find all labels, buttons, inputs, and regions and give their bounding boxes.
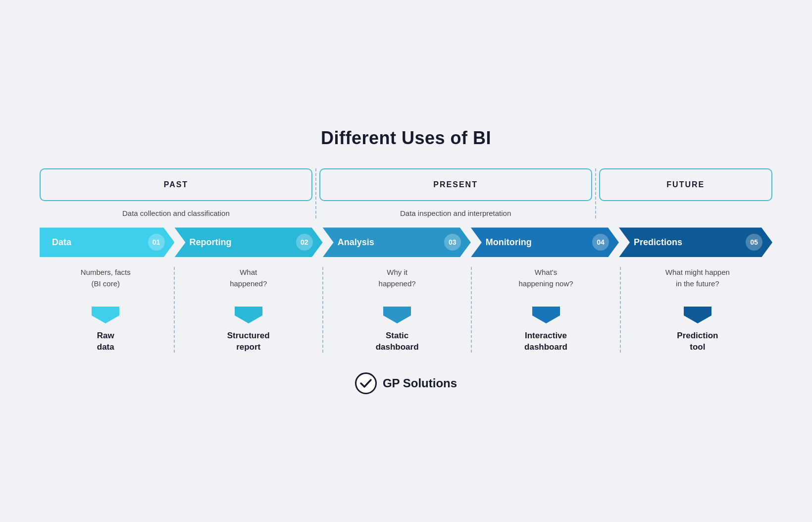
- svg-marker-2: [383, 307, 411, 323]
- arrow-banner-row: Data 01 Reporting 02 Analysis 03 Monitor…: [40, 227, 772, 257]
- arrow-analysis-label: Analysis: [338, 237, 374, 248]
- svg-marker-4: [684, 307, 711, 323]
- col-reporting: Whathappened? Structuredreport: [177, 267, 320, 352]
- arrow-reporting-label: Reporting: [190, 237, 232, 248]
- bottom-columns: Numbers, facts(BI core) Rawdata Whathapp…: [40, 267, 772, 352]
- arrow-data-num: 01: [148, 234, 165, 251]
- past-group: PAST Data collection and classification: [40, 168, 312, 218]
- divider-1: [174, 267, 175, 352]
- col-reporting-label: Structuredreport: [227, 330, 270, 352]
- arrow-analysis: Analysis 03: [323, 227, 471, 257]
- col-data-label: Rawdata: [97, 330, 114, 352]
- col-predictions-label: Predictiontool: [677, 330, 718, 352]
- present-label: PRESENT: [433, 180, 478, 189]
- arrow-predictions-label: Predictions: [634, 237, 682, 248]
- arrow-reporting-num: 02: [296, 234, 313, 251]
- arrow-analysis-num: 03: [444, 234, 461, 251]
- col-monitoring-label: Interactivedashboard: [524, 330, 567, 352]
- future-label: FUTURE: [666, 180, 705, 189]
- future-group: FUTURE: [599, 168, 772, 218]
- future-box: FUTURE: [599, 168, 772, 201]
- main-container: Different Uses of BI PAST Data collectio…: [10, 108, 802, 414]
- past-box: PAST: [40, 168, 312, 201]
- col-analysis-desc: Why ithappened?: [379, 267, 416, 297]
- divider-present-future: [595, 168, 596, 218]
- chevron-down-data: [92, 307, 119, 323]
- col-analysis-label: Staticdashboard: [376, 330, 419, 352]
- arrow-monitoring-label: Monitoring: [486, 237, 532, 248]
- chevron-down-monitoring: [532, 307, 560, 323]
- divider-3: [471, 267, 472, 352]
- present-desc: Data inspection and interpretation: [400, 208, 511, 218]
- checkmark-icon: [359, 378, 372, 389]
- col-data: Numbers, facts(BI core) Rawdata: [40, 267, 172, 352]
- time-period-section: PAST Data collection and classification …: [40, 168, 772, 218]
- arrow-data-label: Data: [52, 237, 71, 248]
- col-monitoring-desc: What'shappening now?: [518, 267, 573, 297]
- arrow-predictions-num: 05: [746, 234, 762, 251]
- col-predictions: What might happenin the future? Predicti…: [623, 267, 772, 352]
- arrow-predictions: Predictions 05: [619, 227, 772, 257]
- arrow-monitoring: Monitoring 04: [471, 227, 619, 257]
- svg-marker-0: [92, 307, 119, 323]
- present-group: PRESENT Data inspection and interpretati…: [319, 168, 592, 218]
- col-data-desc: Numbers, facts(BI core): [81, 267, 131, 297]
- svg-marker-3: [532, 307, 560, 323]
- arrow-data: Data 01: [40, 227, 175, 257]
- arrow-monitoring-num: 04: [592, 234, 609, 251]
- logo-text: GP Solutions: [383, 376, 457, 390]
- divider-past-present: [315, 168, 316, 218]
- past-label: PAST: [164, 180, 188, 189]
- col-analysis: Why ithappened? Staticdashboard: [325, 267, 469, 352]
- chevron-down-analysis: [383, 307, 411, 323]
- past-desc: Data collection and classification: [122, 208, 230, 218]
- divider-2: [322, 267, 323, 352]
- col-predictions-desc: What might happenin the future?: [665, 267, 730, 297]
- page-title: Different Uses of BI: [40, 128, 772, 149]
- logo-section: GP Solutions: [40, 372, 772, 394]
- col-monitoring: What'shappening now? Interactivedashboar…: [474, 267, 617, 352]
- future-desc: [685, 208, 687, 218]
- col-reporting-desc: Whathappened?: [230, 267, 267, 297]
- present-box: PRESENT: [319, 168, 592, 201]
- chevron-down-predictions: [684, 307, 711, 323]
- chevron-down-reporting: [235, 307, 262, 323]
- arrow-reporting: Reporting 02: [175, 227, 323, 257]
- logo-icon: [355, 372, 377, 394]
- divider-4: [620, 267, 621, 352]
- svg-marker-1: [235, 307, 262, 323]
